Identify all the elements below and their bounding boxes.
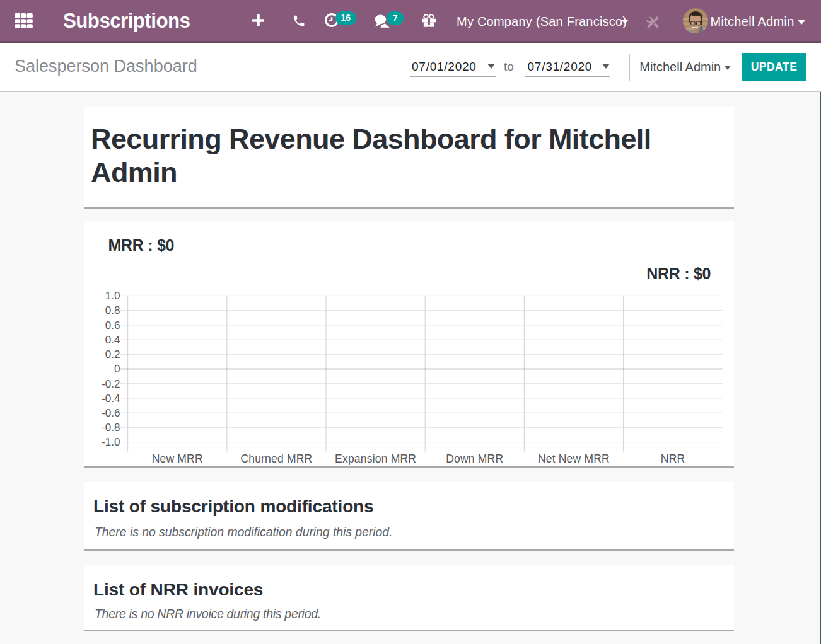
svg-text:0.8: 0.8 [105,304,120,316]
svg-text:-0.8: -0.8 [102,422,120,434]
svg-text:NRR: NRR [661,452,685,465]
svg-text:-1.0: -1.0 [102,436,120,448]
svg-text:Expansion MRR: Expansion MRR [335,452,416,465]
svg-text:Churned MRR: Churned MRR [240,452,312,465]
svg-text:1.0: 1.0 [105,290,120,302]
svg-text:-0.4: -0.4 [102,393,120,405]
svg-text:0: 0 [114,363,120,375]
svg-text:Down MRR: Down MRR [446,452,503,465]
svg-text:Net New MRR: Net New MRR [538,452,610,465]
svg-text:0.6: 0.6 [105,319,120,331]
svg-text:0.2: 0.2 [105,348,120,360]
svg-text:-0.6: -0.6 [102,407,120,419]
svg-text:New MRR: New MRR [152,452,203,465]
svg-text:0.4: 0.4 [105,334,120,346]
svg-text:-0.2: -0.2 [102,378,120,390]
